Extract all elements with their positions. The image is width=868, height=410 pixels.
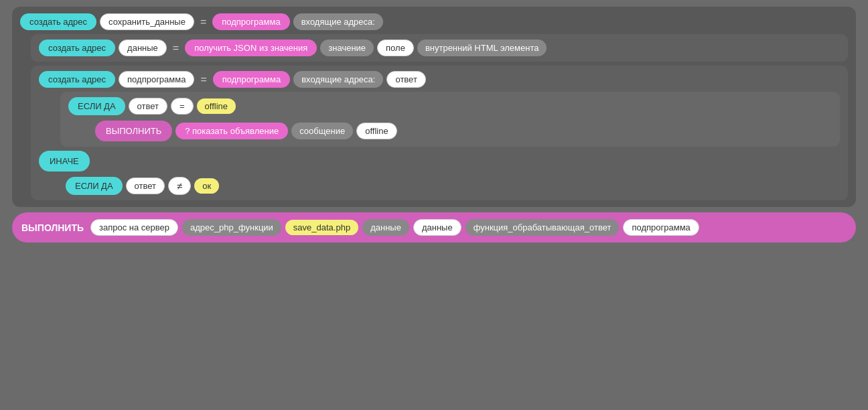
php-func-label: адрес_php_функции [182,219,281,236]
if-label: ЕСЛИ ДА [68,97,125,115]
main-container: создать адрес сохранить_данные = подпрог… [0,0,868,410]
inner-html-label: внутренний HTML элемента [417,40,547,56]
show-ad-btn[interactable]: ? показать объявление [175,123,288,139]
if-value-2[interactable]: ок [194,178,219,194]
subroutine-label[interactable]: подпрограмма [119,71,194,88]
handler-label: функция_обрабатывающая_ответ [465,219,620,236]
data-btn[interactable]: данные [119,40,167,56]
incoming-addresses-label-2: входящие адреса: [293,71,383,88]
if-row: ЕСЛИ ДА ответ = offline [68,97,832,115]
row3-block: создать адрес подпрограмма = подпрограмм… [31,66,848,200]
data-value[interactable]: данные [413,219,461,236]
if-neq: ≠ [168,177,191,195]
data-label: данные [362,219,409,236]
save-data-btn[interactable]: сохранить_данные [100,13,194,30]
bottom-execute-block: ВЫПОЛНИТЬ запрос на сервер адрес_php_фун… [12,212,856,243]
value-label: значение [320,40,374,56]
equals-1: = [198,16,209,28]
equals-2: = [170,42,182,54]
else-row: ИНАЧЕ [39,151,840,172]
row2-block: создать адрес данные = получить JSON из … [31,34,848,62]
create-address-btn-2[interactable]: создать адрес [39,40,115,56]
subroutine-value[interactable]: подпрограмма [623,219,699,236]
equals-3: = [198,74,209,86]
if-block-container: ЕСЛИ ДА ответ = offline ВЫПОЛНИТЬ ? пока… [60,92,840,147]
row2: создать адрес данные = получить JSON из … [39,40,840,56]
if-var[interactable]: ответ [129,98,167,115]
if-value[interactable]: offline [197,98,236,114]
message-label: сообщение [291,123,353,139]
top-row: создать адрес сохранить_данные = подпрог… [20,13,848,30]
execute-row: ВЫПОЛНИТЬ ? показать объявление сообщени… [95,121,832,141]
execute-container: ВЫПОЛНИТЬ ? показать объявление сообщени… [95,121,832,141]
if-equals: = [171,98,194,115]
server-request-btn[interactable]: запрос на сервер [90,219,178,236]
message-value[interactable]: offline [356,123,396,139]
answer-label[interactable]: ответ [386,71,425,88]
top-outer-block: создать адрес сохранить_данные = подпрог… [12,7,856,207]
create-address-btn-1[interactable]: создать адрес [20,13,96,30]
execute-label: ВЫПОЛНИТЬ [95,121,172,141]
if-row-2: ЕСЛИ ДА ответ ≠ ок [66,177,840,195]
save-data-file[interactable]: save_data.php [285,220,358,235]
execute-text: ВЫПОЛНИТЬ [106,126,161,136]
subroutine-btn-2[interactable]: подпрограмма [213,71,290,88]
if-var-2[interactable]: ответ [126,178,165,194]
if-block2-container: ЕСЛИ ДА ответ ≠ ок [66,177,840,195]
incoming-addresses-label-1: входящие адреса: [293,13,383,30]
subroutine-btn-1[interactable]: подпрограмма [212,13,289,30]
get-json-btn[interactable]: получить JSON из значения [185,40,317,56]
else-container: ИНАЧЕ ЕСЛИ ДА ответ ≠ ок [39,151,840,195]
if-label-2: ЕСЛИ ДА [66,177,123,195]
else-label: ИНАЧЕ [39,151,90,172]
bottom-execute-label: ВЫПОЛНИТЬ [21,222,84,233]
field-btn[interactable]: поле [377,40,414,56]
create-address-btn-3[interactable]: создать адрес [39,71,115,88]
row3: создать адрес подпрограмма = подпрограмм… [39,71,840,88]
